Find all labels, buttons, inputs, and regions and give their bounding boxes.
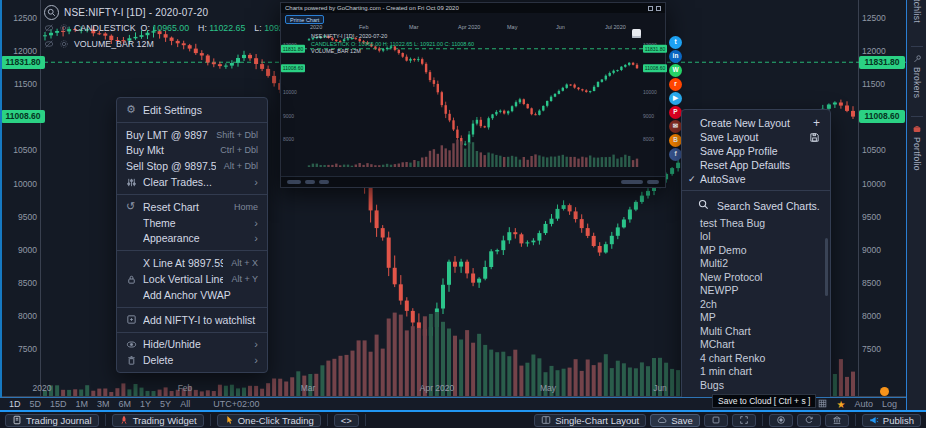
save-button[interactable]: Save — [650, 414, 700, 427]
tf-item-3m[interactable]: 3M — [97, 399, 110, 409]
layout-menu-item-create-new-layout[interactable]: Create New Layout+ — [682, 116, 830, 130]
timezone-label[interactable]: UTC+02:00 — [213, 399, 259, 409]
gear-icon[interactable] — [59, 39, 69, 49]
context-menu-item-reset-chart[interactable]: ↺Reset ChartHome — [117, 199, 267, 215]
tf-item-5d[interactable]: 5D — [30, 399, 42, 409]
bank-button[interactable] — [825, 414, 849, 427]
publish-button[interactable]: Publish — [862, 414, 921, 427]
scrollbar-thumb[interactable] — [825, 238, 828, 296]
tf-item-1d[interactable]: 1D — [9, 399, 21, 409]
close-icon[interactable] — [656, 6, 661, 11]
context-menu-item-add-nifty-i-to-watchlist[interactable]: Add NIFTY-I to watchlist — [117, 312, 267, 328]
copy-icon[interactable] — [632, 29, 641, 38]
megaphone-icon — [869, 415, 879, 425]
eye-icon[interactable] — [44, 39, 54, 49]
expand-icon[interactable] — [648, 6, 653, 11]
context-menu-item-x-line-at-9897-59[interactable]: X Line At 9897.59Alt + X — [117, 255, 267, 271]
menu-item-label: Theme — [143, 217, 246, 229]
context-menu-item-edit-settings[interactable]: ⚙Edit Settings — [117, 102, 267, 118]
tf-item-1y[interactable]: 1Y — [140, 399, 151, 409]
tab-prime-chart[interactable]: Prime Chart — [285, 15, 324, 24]
saved-chart-item[interactable]: Bugs — [682, 378, 830, 392]
footer-pill[interactable] — [287, 180, 301, 184]
zoom-badge-icon[interactable] — [44, 5, 59, 20]
layout-menu-item-autosave[interactable]: ✓AutoSave — [682, 172, 830, 186]
tf-item-5y[interactable]: 5Y — [160, 399, 171, 409]
save-icon — [809, 132, 820, 143]
eye-icon[interactable] — [44, 23, 54, 33]
trading-widget-button[interactable]: Trading Widget — [112, 414, 204, 427]
svg-text:Feb: Feb — [359, 24, 368, 30]
saved-chart-item[interactable]: New Protocol — [682, 270, 830, 284]
shared-chart-preview[interactable]: Charts powered by GoCharting.com - Creat… — [280, 2, 666, 188]
price-tick-label: 9500 — [0, 213, 37, 222]
trading-journal-button[interactable]: Trading Journal — [5, 414, 99, 427]
tf-item-6m[interactable]: 6M — [119, 399, 132, 409]
context-menu-item-add-anchor-vwap[interactable]: Add Anchor VWAP — [117, 287, 267, 303]
svg-text:2020: 2020 — [310, 24, 322, 30]
expand-button[interactable] — [732, 414, 756, 427]
footer-pill[interactable] — [621, 180, 643, 184]
saved-chart-item[interactable]: Multi Chart — [682, 324, 830, 338]
saved-chart-item[interactable]: 4 chart Renko — [682, 351, 830, 365]
saved-chart-item[interactable]: lol — [682, 230, 830, 244]
search-saved-charts[interactable]: Search Saved Charts. — [682, 195, 830, 216]
share-linkedin-icon[interactable]: in — [669, 50, 682, 63]
saved-chart-item[interactable]: MP Demo — [682, 243, 830, 257]
sidebar-tab-portfolio[interactable]: Portfolio — [907, 124, 926, 171]
lock-icon — [126, 274, 143, 285]
share-reddit-icon[interactable]: r — [669, 78, 682, 91]
tf-item-all[interactable]: All — [180, 399, 190, 409]
share-whatsapp-icon[interactable]: W — [669, 64, 682, 77]
saved-chart-item[interactable]: test Thea Bug — [682, 216, 830, 230]
saved-chart-item[interactable]: NEWPP — [682, 284, 830, 298]
context-menu-item-lock-vertical-line[interactable]: Lock Vertical LineAlt + Y — [117, 271, 267, 287]
layout-menu-item-reset-app-defaults[interactable]: Reset App Defaults — [682, 158, 830, 172]
context-menu-item-hide-unhide[interactable]: Hide/Unhide› — [117, 337, 267, 353]
context-menu-item-clear-trades[interactable]: Clear Trades...› — [117, 174, 267, 190]
layout-menu: Create New Layout+Save LayoutSave App Pr… — [681, 109, 831, 401]
button-label: Trading Journal — [26, 415, 92, 426]
layout-menu-item-save-app-profile[interactable]: Save App Profile — [682, 144, 830, 158]
context-menu-item-sell-stop-9897-59[interactable]: Sell Stop @ 9897.59Alt + Dbl — [117, 158, 267, 174]
price-tick-label: 10000 — [0, 180, 37, 189]
price-tick-label: 9000 — [0, 246, 37, 255]
submenu-arrow-icon: › — [254, 354, 258, 366]
square-button[interactable] — [704, 414, 728, 427]
context-menu-item-buy-mkt[interactable]: Buy MktCtrl + Dbl — [117, 143, 267, 159]
submenu-arrow-icon: › — [254, 338, 258, 350]
footer-pill[interactable] — [319, 180, 329, 184]
saved-chart-item[interactable]: MChart — [682, 338, 830, 352]
context-menu-item-appearance[interactable]: Appearance› — [117, 231, 267, 247]
layout-menu-item-save-layout[interactable]: Save Layout — [682, 130, 830, 144]
sidebar-tab-brokers[interactable]: Brokers — [907, 54, 926, 98]
tf-item-15d[interactable]: 15D — [50, 399, 67, 409]
footer-pill[interactable] — [647, 180, 659, 184]
gear-icon[interactable] — [59, 23, 69, 33]
star-icon[interactable]: ★ — [836, 399, 845, 410]
single-chart-layout-button[interactable]: Single-Chart Layout — [534, 414, 646, 427]
svg-text:9000: 9000 — [643, 113, 654, 119]
time-tick-label: Feb — [178, 383, 193, 393]
saved-chart-item[interactable]: 1 min chart — [682, 365, 830, 379]
sidebar-tab-watchlist[interactable]: Watchlist — [907, 0, 926, 23]
saved-chart-item[interactable]: 2ch — [682, 297, 830, 311]
tf-item-1m[interactable]: 1M — [76, 399, 89, 409]
share-twitter-icon[interactable]: t — [669, 36, 682, 49]
refresh-button[interactable] — [797, 414, 821, 427]
context-menu-item-buy-lmt-9897-59[interactable]: Buy LMT @ 9897.59Shift + Dbl — [117, 127, 267, 143]
grid-icon[interactable] — [818, 399, 827, 410]
preview-header: Charts powered by GoCharting.com - Creat… — [281, 3, 665, 13]
saved-chart-item[interactable]: MP — [682, 311, 830, 325]
camera-button[interactable] — [769, 414, 793, 427]
code-button[interactable]: <> — [334, 414, 359, 427]
share-telegram-icon[interactable]: ▶ — [669, 92, 682, 105]
footer-pill[interactable] — [305, 180, 315, 184]
tf-log-toggle[interactable]: Log — [882, 399, 897, 409]
tf-auto-toggle[interactable]: Auto — [854, 399, 873, 409]
saved-chart-item[interactable]: Multi2 — [682, 257, 830, 271]
one-click-trading-button[interactable]: One-Click Trading — [217, 414, 321, 427]
sidebar-divider — [911, 116, 923, 117]
context-menu-item-delete[interactable]: Delete› — [117, 352, 267, 368]
context-menu-item-theme[interactable]: Theme› — [117, 215, 267, 231]
